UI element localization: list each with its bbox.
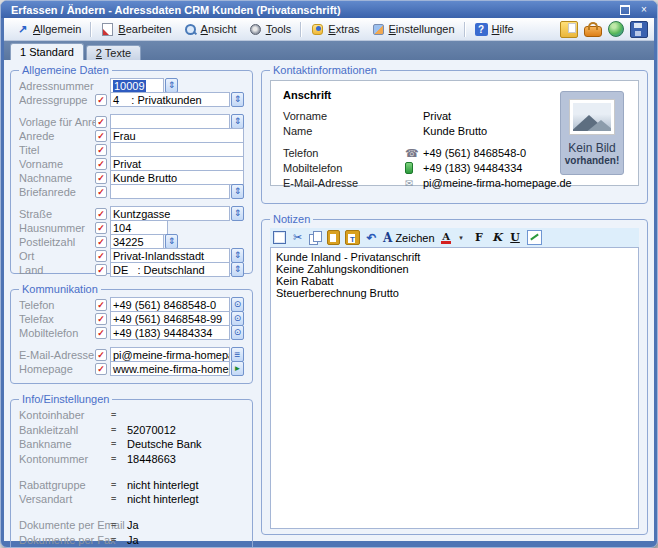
nachname-input[interactable]: Kunde Brutto — [110, 170, 244, 185]
paste-button[interactable] — [327, 230, 340, 245]
lock-button[interactable] — [584, 26, 602, 37]
address-export-button[interactable] — [560, 21, 578, 38]
postleitzahl-spinner[interactable]: ⇕ — [165, 234, 178, 249]
adressgruppe-input[interactable]: 4 : Privatkunden — [110, 92, 230, 107]
land-dropdown[interactable]: ⇕ — [231, 262, 244, 277]
tab-standard[interactable]: 1 Standard — [10, 43, 84, 60]
contact-label: Telefon — [283, 147, 405, 159]
underline-button[interactable]: U — [509, 230, 522, 245]
email-action-button[interactable]: ≡ — [231, 347, 244, 362]
italic-button[interactable]: K — [491, 230, 504, 245]
font-color-dropdown-icon[interactable]: ▾ — [455, 230, 468, 245]
ort-dropdown[interactable]: ⇕ — [231, 248, 244, 263]
info-value: nicht hinterlegt — [127, 479, 199, 491]
equals-icon: = — [111, 520, 127, 530]
edit-check-icon[interactable]: ✓ — [95, 208, 107, 220]
edit-check-icon[interactable]: ✓ — [95, 130, 107, 142]
field-row-adressgruppe: Adressgruppe ✓ 4 : Privatkunden ⇕ — [19, 93, 244, 106]
strasse-input[interactable]: Kuntzgasse — [110, 206, 230, 221]
edit-check-icon[interactable]: ✓ — [95, 94, 107, 106]
homepage-input[interactable]: www.meine-firma-homepage.de — [110, 361, 230, 376]
cut-button[interactable]: ✂ — [291, 230, 304, 245]
vorlage-anrede-input[interactable] — [110, 114, 230, 129]
field-value: Privat-Inlandsstadt — [113, 250, 204, 262]
menu-item-allgemein[interactable]: ↗ Allgemein — [10, 21, 87, 38]
anrede-input[interactable]: Frau — [110, 128, 244, 143]
edit-check-icon[interactable]: ✓ — [95, 313, 107, 325]
menu-item-bearbeiten[interactable]: Bearbeiten — [95, 21, 177, 38]
save-button[interactable] — [630, 21, 648, 38]
telefax-dial-button[interactable]: ⊙ — [231, 311, 244, 326]
notes-textarea[interactable]: Kunde Inland - Privatanschrift Keine Zah… — [270, 247, 639, 529]
undo-button[interactable]: ↶ — [365, 230, 378, 245]
hausnummer-input[interactable]: 104 — [110, 220, 168, 235]
field-value: 104 — [113, 222, 131, 234]
section-notizen: Notizen ✂ T ↶ A Zeichen A ▾ F K U — [261, 213, 648, 535]
field-row-homepage: Homepage ✓ www.meine-firma-homepage.de ► — [19, 362, 244, 375]
equals-icon: = — [111, 410, 127, 420]
telefax-input[interactable]: +49 (561) 8468548-99 — [110, 311, 230, 326]
note-line: Kunde Inland - Privatanschrift — [276, 251, 633, 263]
tab-texte[interactable]: 2 Texte — [86, 45, 141, 61]
restore-button[interactable] — [618, 4, 632, 16]
menu-item-tools[interactable]: Tools — [243, 21, 298, 38]
edit-check-icon[interactable]: ✓ — [95, 349, 107, 361]
mobiltelefon-dial-button[interactable]: ⊙ — [231, 325, 244, 340]
menu-item-hilfe[interactable]: ? Hilfe — [469, 21, 520, 38]
info-label: Kontonummer — [19, 453, 111, 465]
adressgruppe-dropdown[interactable]: ⇕ — [231, 92, 244, 107]
menu-item-extras[interactable]: Extras — [305, 21, 365, 38]
contact-card: Anschrift Vorname Privat Name Kunde Brut… — [270, 80, 639, 186]
close-button[interactable]: × — [637, 4, 651, 16]
postleitzahl-input[interactable]: 34225 — [110, 234, 164, 249]
ort-input[interactable]: Privat-Inlandsstadt — [110, 248, 230, 263]
edit-check-icon[interactable]: ✓ — [95, 144, 107, 156]
edit-check-icon[interactable]: ✓ — [95, 363, 107, 375]
adressnummer-spinner[interactable]: ⇕ — [165, 78, 178, 93]
copy-button[interactable] — [309, 231, 322, 244]
edit-check-icon[interactable]: ✓ — [95, 250, 107, 262]
vorlage-anrede-dropdown[interactable]: ⇕ — [231, 114, 244, 129]
note-line: Kein Rabatt — [276, 275, 633, 287]
info-row-dokumente-email: Dokumente per Email = Ja — [19, 519, 244, 532]
edit-check-icon[interactable]: ✓ — [95, 116, 107, 128]
land-input[interactable]: DE : Deutschland — [110, 262, 230, 277]
email-input[interactable]: pi@meine-firma-homepage.de — [110, 347, 230, 362]
paste-text-button[interactable]: T — [345, 230, 360, 245]
titel-input[interactable] — [110, 142, 244, 157]
field-row-titel: Titel ✓ — [19, 143, 244, 156]
maximize-editor-button[interactable] — [273, 230, 286, 245]
telefon-dial-button[interactable]: ⊙ — [231, 297, 244, 312]
briefanrede-input[interactable] — [110, 184, 230, 199]
telefon-input[interactable]: +49 (561) 8468548-0 — [110, 297, 230, 312]
image-placeholder-icon — [569, 99, 615, 135]
strasse-dropdown[interactable]: ⇕ — [231, 206, 244, 221]
equals-icon: = — [111, 425, 127, 435]
vorname-input[interactable]: Privat — [110, 156, 244, 171]
edit-check-icon[interactable]: ✓ — [95, 299, 107, 311]
edit-note-button[interactable] — [527, 230, 542, 245]
edit-check-icon[interactable]: ✓ — [95, 222, 107, 234]
homepage-open-button[interactable]: ► — [231, 361, 244, 376]
edit-check-icon[interactable]: ✓ — [95, 172, 107, 184]
font-button[interactable]: A Zeichen — [383, 230, 435, 245]
edit-check-icon[interactable]: ✓ — [95, 158, 107, 170]
edit-check-icon[interactable]: ✓ — [95, 264, 107, 276]
field-value: Kunde Brutto — [113, 172, 177, 184]
adressnummer-input[interactable]: 10009 — [110, 78, 164, 93]
edit-check-icon[interactable]: ✓ — [95, 327, 107, 339]
edit-check-icon[interactable]: ✓ — [95, 186, 107, 198]
left-column: Allgemeine Daten Adressnummer 10009 ⇕ Ad… — [10, 64, 253, 535]
no-image-text: Kein Bild — [568, 141, 615, 155]
info-value: Ja — [127, 519, 139, 531]
tab-strip: 1 Standard 2 Texte — [4, 41, 654, 60]
font-color-button[interactable]: A — [440, 230, 453, 245]
info-label: Rabattgruppe — [19, 479, 111, 491]
mobiltelefon-input[interactable]: +49 (183) 94484334 — [110, 325, 230, 340]
edit-check-icon[interactable]: ✓ — [95, 236, 107, 248]
menu-item-einstellungen[interactable]: Einstellungen — [366, 21, 461, 38]
menu-item-ansicht[interactable]: Ansicht — [178, 21, 243, 38]
bold-button[interactable]: F — [473, 230, 486, 245]
briefanrede-dropdown[interactable]: ⇕ — [231, 184, 244, 199]
globe-button[interactable] — [608, 21, 624, 37]
